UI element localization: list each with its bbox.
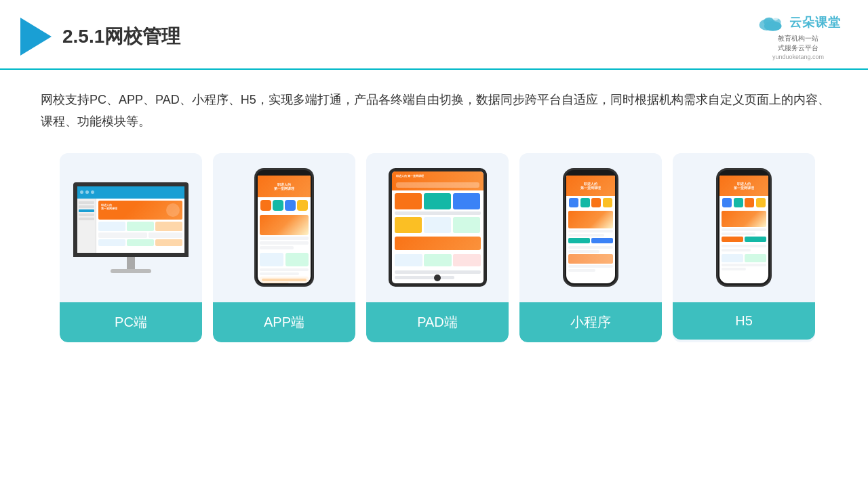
monitor-mockup: 职进人的第一堂网课理 — [73, 182, 189, 273]
header: 2.5.1网校管理 云朵课堂 教育机构一站 式服务云平台 yunduoketan… — [0, 0, 868, 70]
description-text: 网校支持PC、APP、PAD、小程序、H5，实现多端打通，产品各终端自由切换，数… — [41, 89, 834, 133]
card-pc-image: 职进人的第一堂网课理 — [60, 153, 202, 302]
card-miniprogram-image: 职进人的第一堂网课理 — [519, 153, 662, 302]
card-app: 职进人的第一堂网课理 — [213, 153, 355, 342]
monitor-screen: 职进人的第一堂网课理 — [73, 182, 189, 257]
card-h5-image: 职进人的第一堂网课理 — [673, 153, 815, 302]
card-h5: 职进人的第一堂网课理 — [673, 153, 815, 342]
cloud-icon — [755, 12, 785, 33]
card-miniprogram-label: 小程序 — [519, 302, 662, 342]
miniprogram-phone-mockup: 职进人的第一堂网课理 — [563, 168, 618, 287]
page-title: 2.5.1网校管理 — [62, 24, 180, 49]
main-content: 网校支持PC、APP、PAD、小程序、H5，实现多端打通，产品各终端自由切换，数… — [0, 70, 868, 356]
card-app-image: 职进人的第一堂网课理 — [213, 153, 355, 302]
card-pad-label: PAD端 — [366, 302, 509, 342]
h5-phone-mockup: 职进人的第一堂网课理 — [716, 168, 772, 287]
brand-name: 云朵课堂 — [789, 14, 841, 30]
svg-point-4 — [772, 14, 778, 20]
card-pc-label: PC端 — [60, 302, 202, 342]
brand-tagline: 教育机构一站 式服务云平台 — [778, 34, 818, 53]
card-h5-label: H5 — [673, 302, 815, 340]
tablet-mockup: 职进人的 第一堂网课理 — [389, 168, 487, 287]
card-pc: 职进人的第一堂网课理 — [60, 153, 202, 342]
card-pad: 职进人的 第一堂网课理 — [366, 153, 509, 342]
app-phone-mockup: 职进人的第一堂网课理 — [254, 168, 314, 287]
card-miniprogram: 职进人的第一堂网课理 — [519, 153, 662, 342]
logo-triangle-icon — [20, 18, 52, 56]
card-app-label: APP端 — [213, 302, 355, 342]
brand-logo: 云朵课堂 — [755, 12, 841, 33]
header-left: 2.5.1网校管理 — [20, 18, 180, 56]
cards-section: 职进人的第一堂网课理 — [41, 153, 834, 342]
card-pad-image: 职进人的 第一堂网课理 — [366, 153, 509, 302]
brand-logo-area: 云朵课堂 教育机构一站 式服务云平台 yunduoketang.com — [755, 12, 841, 60]
brand-url: yunduoketang.com — [772, 54, 824, 60]
